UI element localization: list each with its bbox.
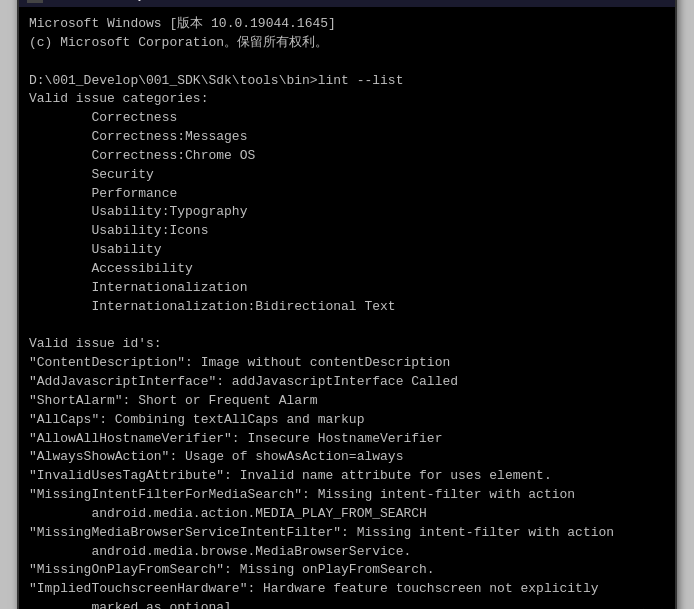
title-bar: C:\Windows\System32\cmd.exe — [19, 0, 675, 7]
cmd-icon — [27, 0, 43, 3]
cmd-window: C:\Windows\System32\cmd.exe Microsoft Wi… — [17, 0, 677, 609]
terminal-output: Microsoft Windows [版本 10.0.19044.1645] (… — [29, 15, 665, 609]
window-title: C:\Windows\System32\cmd.exe — [51, 0, 245, 2]
terminal-body[interactable]: Microsoft Windows [版本 10.0.19044.1645] (… — [19, 7, 675, 609]
